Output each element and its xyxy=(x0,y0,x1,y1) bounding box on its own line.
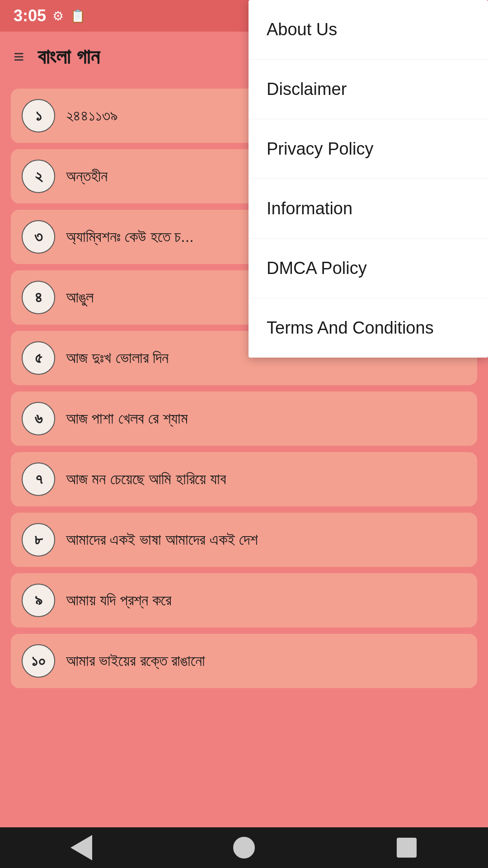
song-list-item[interactable]: ৬আজ পাশা খেলব রে শ্যাম xyxy=(11,392,477,446)
app-title: বাংলা গান xyxy=(38,44,99,69)
dropdown-item-privacy-policy[interactable]: Privacy Policy xyxy=(249,119,488,179)
song-number: ৮ xyxy=(22,523,55,557)
song-title-text: ২৪৪১১৩৯ xyxy=(66,107,117,125)
dropdown-item-terms-and-conditions[interactable]: Terms And Conditions xyxy=(249,298,488,358)
song-title-text: আজ দুঃখ ভোলার দিন xyxy=(66,349,169,367)
song-title-text: আঙুল xyxy=(66,288,94,307)
song-number: ৬ xyxy=(22,402,55,435)
song-number: ৭ xyxy=(22,462,55,496)
song-title-text: অন্তহীন xyxy=(66,167,108,185)
recent-apps-icon xyxy=(397,838,417,858)
dropdown-menu: About UsDisclaimerPrivacy PolicyInformat… xyxy=(249,0,488,358)
song-title-text: আমায় যদি প্রশ্ন করে xyxy=(66,591,171,609)
bottom-nav-bar xyxy=(0,827,488,868)
song-list-item[interactable]: ৭আজ মন চেয়েছে আমি হারিয়ে যাব xyxy=(11,452,477,506)
status-time: 3:05 xyxy=(14,6,46,25)
home-button[interactable] xyxy=(230,834,258,861)
song-number: ৩ xyxy=(22,220,55,254)
song-title-text: আজ মন চেয়েছে আমি হারিয়ে যাব xyxy=(66,470,226,488)
song-number: ১ xyxy=(22,99,55,132)
recent-apps-button[interactable] xyxy=(393,834,420,861)
dropdown-item-dmca-policy[interactable]: DMCA Policy xyxy=(249,239,488,298)
song-number: ৪ xyxy=(22,281,55,314)
song-title-text: অ্যাম্বিশনঃ কেউ হতে চ... xyxy=(66,228,194,246)
hamburger-menu-icon[interactable]: ≡ xyxy=(14,47,24,67)
settings-icon: ⚙ xyxy=(52,9,64,24)
song-number: ৫ xyxy=(22,341,55,375)
song-list-item[interactable]: ৯আমায় যদি প্রশ্ন করে xyxy=(11,573,477,627)
dropdown-item-about-us[interactable]: About Us xyxy=(249,0,488,60)
home-icon xyxy=(233,837,255,859)
song-title-text: আমাদের একই ভাষা আমাদের একই দেশ xyxy=(66,531,258,549)
clipboard-icon: 📋 xyxy=(70,9,86,24)
song-title-text: আমার ভাইয়ের রক্তে রাঙানো xyxy=(66,652,205,670)
status-left: 3:05 ⚙ 📋 xyxy=(14,6,86,25)
song-list-item[interactable]: ৮আমাদের একই ভাষা আমাদের একই দেশ xyxy=(11,513,477,567)
song-list-item[interactable]: ১০আমার ভাইয়ের রক্তে রাঙানো xyxy=(11,634,477,688)
song-number: ১০ xyxy=(22,644,55,678)
dropdown-item-information[interactable]: Information xyxy=(249,179,488,239)
song-number: ২ xyxy=(22,160,55,193)
back-icon xyxy=(70,835,92,860)
song-title-text: আজ পাশা খেলব রে শ্যাম xyxy=(66,410,188,428)
back-button[interactable] xyxy=(68,834,95,861)
song-number: ৯ xyxy=(22,584,55,617)
dropdown-item-disclaimer[interactable]: Disclaimer xyxy=(249,60,488,119)
